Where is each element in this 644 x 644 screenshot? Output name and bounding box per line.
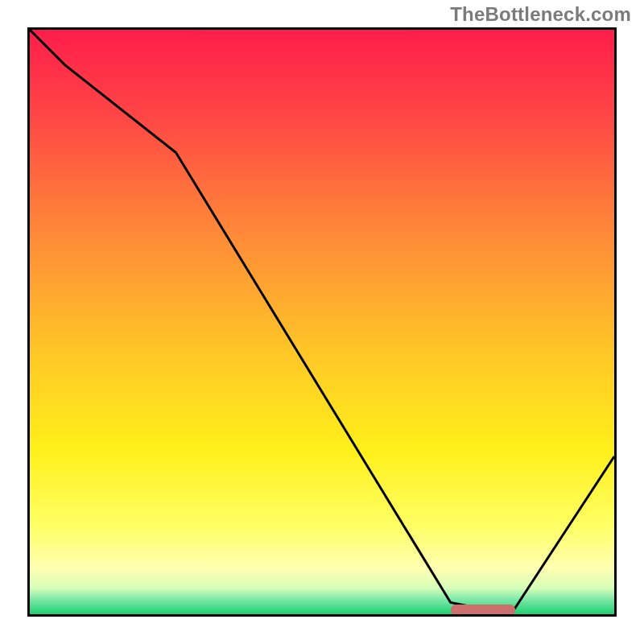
chart-background-gradient: [30, 30, 614, 614]
svg-rect-0: [30, 30, 614, 614]
watermark-text: TheBottleneck.com: [450, 3, 631, 26]
chart-frame: [27, 27, 617, 617]
